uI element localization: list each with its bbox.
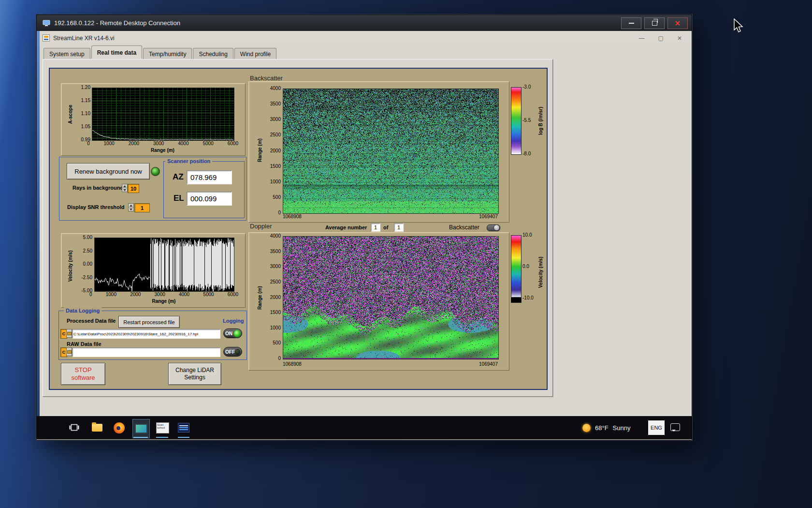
notification-center-button[interactable] (670, 423, 680, 431)
task-view-button[interactable] (69, 422, 79, 434)
app-restore-button[interactable]: ▢ (658, 35, 664, 41)
scanner-position-title: Scanner position (165, 158, 212, 164)
browse-folder-icon (67, 350, 72, 354)
az-label: AZ (173, 172, 184, 182)
app-titlebar[interactable]: StreamLine XR v14-6.vi — ▢ ✕ (40, 31, 691, 45)
display-switch-label: Backscatter (449, 224, 479, 231)
el-label: EL (174, 194, 184, 203)
ascope-y-ticks: 1.201.151.101.050.99 (75, 85, 90, 142)
change-lidar-settings-button[interactable]: Change LiDAR Settings (168, 363, 221, 385)
tab-scheduling[interactable]: Scheduling (193, 48, 233, 60)
rdp-minimize-button[interactable] (621, 17, 641, 29)
processed-logging-toggle[interactable]: ON (223, 329, 242, 338)
app-minimize-button[interactable]: — (639, 35, 645, 41)
stop-software-button[interactable]: STOP software (61, 363, 105, 385)
firefox-icon (114, 422, 125, 433)
file-explorer-button[interactable] (92, 424, 102, 432)
weather-condition: Sunny (613, 424, 631, 432)
ascope-x-ticks: 0100020003000400050006000 (87, 141, 238, 146)
backscatter-x-labels: 1068908 1069407 (283, 214, 498, 219)
ascope-plot-frame: A-scope 1.201.151.101.050.99 01000200030… (61, 83, 246, 156)
rdp-titlebar[interactable]: 192.168.0.122 - Remote Desktop Connectio… (37, 15, 692, 31)
remote-taskbar: Scansched 68°F Sunny ENG (37, 416, 692, 439)
rays-spinner[interactable] (122, 184, 128, 192)
sun-icon (582, 424, 591, 432)
rdp-close-button[interactable] (667, 17, 688, 29)
processed-data-file-label: Processed Data file (67, 318, 116, 324)
doppler-y-ticks: 40003500300025002000150010005000 (265, 234, 281, 361)
streamline-app-button[interactable] (132, 419, 150, 438)
restart-processed-file-button[interactable]: Restart processed file (118, 316, 180, 328)
velocity-y-axis-label: Velocity (m/s) (67, 244, 73, 288)
doppler-x-start: 1068908 (283, 362, 302, 367)
restore-icon (652, 21, 657, 26)
tab-system-setup[interactable]: System setup (44, 48, 90, 60)
backscatter-plot-frame: Range (m) 400035003000250020001500100050… (248, 81, 509, 223)
average-of-label: of (383, 224, 388, 230)
data-logging-group: Data Logging Processed Data file Restart… (58, 311, 247, 360)
scanner-position-group: Scanner position AZ 078.969 EL 000.099 (163, 161, 245, 218)
backscatter-colorbar-label: log B (/m/sr) (537, 87, 544, 155)
weather-tray-item[interactable]: 68°F Sunny (582, 420, 630, 435)
velocity-plot (94, 238, 234, 292)
notification-icon (670, 423, 680, 431)
scan-scheduler-button[interactable]: Scansched (156, 422, 169, 433)
doppler-heatmap (283, 236, 499, 359)
processed-path-field[interactable]: C:\Lidar\Data\Proc\2023\202309\20230916\… (72, 329, 220, 339)
velocity-plot-frame: Velocity (m/s) 5.002.500.00-2.50-5.00 01… (61, 233, 246, 308)
background-controls-group: Renew background now Rays in background … (59, 157, 246, 221)
doppler-x-end: 1069407 (479, 362, 498, 367)
minimize-icon (629, 23, 634, 24)
firefox-button[interactable] (114, 422, 125, 433)
rays-value-box[interactable]: 10 (128, 184, 139, 193)
raw-path-field[interactable] (72, 347, 220, 357)
backscatter-x-start: 1068908 (283, 214, 302, 219)
doppler-x-labels: 1068908 1069407 (283, 362, 498, 367)
rdp-restore-button[interactable] (644, 17, 665, 29)
browse-folder-icon (67, 332, 72, 335)
raw-data-file-label: RAW Data file (67, 341, 102, 347)
mouse-cursor (734, 18, 744, 33)
main-panel: A-scope 1.201.151.101.050.99 01000200030… (49, 68, 548, 390)
file-explorer-icon (92, 424, 102, 432)
ascope-x-axis-label: Range (m) (92, 148, 233, 153)
processed-browse-button[interactable] (66, 329, 72, 338)
snr-value-box[interactable]: 1 (134, 203, 150, 212)
app-close-button[interactable]: ✕ (677, 35, 682, 41)
renew-background-button[interactable]: Renew background now (67, 163, 150, 179)
streamline-app-icon (135, 424, 147, 433)
logging-off-led (235, 349, 240, 355)
el-value: 000.099 (187, 192, 232, 206)
data-logging-title: Data Logging (64, 307, 102, 314)
close-icon (675, 20, 681, 26)
weather-temp: 68°F (595, 424, 609, 432)
backscatter-colorbar (511, 87, 522, 155)
tab-temp-humidity[interactable]: Temp/humidity (143, 48, 192, 60)
backscatter-y-ticks: 40003500300025002000150010005000 (265, 86, 281, 215)
renew-background-led (151, 167, 160, 176)
snr-spinner[interactable] (128, 203, 134, 211)
average-number-box[interactable]: 1 (371, 223, 380, 232)
velocity-x-ticks: 0100020003000400050006000 (89, 292, 238, 297)
real-time-data-page: A-scope 1.201.151.101.050.99 01000200030… (43, 59, 553, 397)
doppler-colorbar (511, 235, 522, 298)
ascope-y-axis-label: A-scope (67, 97, 73, 131)
doppler-plot-frame: Range (m) 400035003000250020001500100050… (248, 232, 509, 371)
language-indicator[interactable]: ENG (648, 420, 665, 435)
logging-on-led (234, 330, 240, 337)
backscatter-y-axis-label: Range (m) (257, 121, 262, 179)
display-switch-toggle[interactable] (487, 224, 500, 231)
scan-scheduler-icon: Scansched (157, 423, 169, 430)
raw-logging-toggle[interactable]: OFF (223, 347, 242, 357)
tab-wind-profile[interactable]: Wind profile (234, 48, 276, 60)
schedule-list-button[interactable] (178, 423, 189, 433)
running-indicator (156, 437, 168, 438)
tab-real-time-data[interactable]: Real time data (91, 45, 142, 59)
raw-browse-button[interactable] (66, 347, 72, 356)
labview-vi-icon (43, 34, 50, 42)
backscatter-x-end: 1069407 (479, 214, 498, 219)
snr-threshold-label: Display SNR threshold (67, 204, 125, 210)
average-total-box[interactable]: 1 (394, 223, 404, 232)
doppler-colorbar-label: Velocity (m/s) (537, 236, 544, 309)
desktop: 192.168.0.122 - Remote Desktop Connectio… (0, 0, 812, 508)
